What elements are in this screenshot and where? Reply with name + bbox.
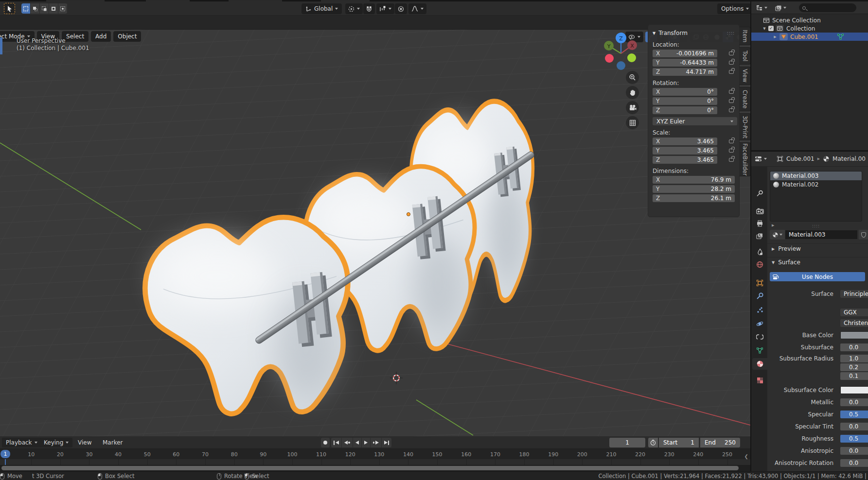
select-mode-subtract[interactable]: [40, 3, 49, 14]
tab-material-properties[interactable]: [752, 358, 767, 370]
drag-handle-icon[interactable]: ::::: [727, 31, 735, 35]
location-field[interactable]: X -0.001696 m: [653, 50, 717, 57]
marker-menu[interactable]: Marker: [99, 438, 126, 447]
tab-world-properties[interactable]: [752, 258, 767, 270]
playback-sync-clock-icon[interactable]: [648, 438, 658, 447]
tab-particle-properties[interactable]: [752, 304, 767, 316]
tab-view-layer-properties[interactable]: [752, 230, 767, 242]
tab-output-properties[interactable]: [752, 218, 767, 229]
preview-panel-header[interactable]: ▶ Preview: [767, 243, 868, 254]
tab-view[interactable]: View: [739, 67, 751, 85]
slot-list-expander[interactable]: ▶: [772, 223, 774, 227]
play-reverse-button[interactable]: [353, 438, 361, 447]
lock-open-icon[interactable]: [729, 158, 734, 162]
property-value-field[interactable]: 0.0: [840, 459, 868, 467]
tab-data-properties[interactable]: [752, 344, 767, 356]
lock-open-icon[interactable]: [729, 51, 734, 55]
timeline-ruler[interactable]: 1020304050607080901001101201301401501601…: [0, 449, 750, 459]
property-value-field[interactable]: 0.2: [840, 363, 868, 371]
keying-menu[interactable]: Keying: [40, 438, 72, 447]
timeline-channel-strip[interactable]: [0, 459, 750, 465]
timeline-view-menu[interactable]: View: [74, 438, 95, 447]
snap-settings-dropdown[interactable]: [376, 3, 394, 14]
tab-physics-properties[interactable]: [752, 318, 767, 329]
list-drag-handle[interactable]: ::::: [812, 223, 820, 228]
lock-open-icon[interactable]: [729, 139, 734, 143]
pivot-point-dropdown[interactable]: [345, 3, 363, 14]
playback-menu[interactable]: Playback: [2, 438, 41, 447]
playhead[interactable]: [5, 459, 6, 465]
jump-to-start-button[interactable]: [331, 438, 341, 447]
play-button[interactable]: [362, 438, 370, 447]
tab-constraint-properties[interactable]: [752, 331, 767, 343]
fake-user-toggle[interactable]: [859, 230, 868, 240]
tab-tool-properties[interactable]: [752, 188, 767, 199]
use-nodes-button[interactable]: Use Nodes: [770, 272, 865, 281]
scale-field[interactable]: Z 3.465: [653, 156, 717, 164]
outliner-row-collection[interactable]: ▼ ✓ Collection: [751, 24, 868, 33]
viewport-menu-item[interactable]: Object: [113, 31, 141, 42]
tab-facebuilder[interactable]: FaceBuilder: [739, 142, 751, 176]
lock-open-icon[interactable]: [729, 61, 734, 65]
tab-modifier-properties[interactable]: [752, 290, 767, 302]
property-value-field[interactable]: GGX: [840, 309, 868, 316]
material-slot[interactable]: Material.003: [770, 171, 862, 180]
property-value-field[interactable]: 0.0: [840, 398, 868, 406]
material-slot-list[interactable]: Material.003 Material.002: [770, 171, 862, 222]
property-value-field[interactable]: 0.5: [840, 435, 868, 443]
editor-type-dropdown[interactable]: [753, 154, 768, 164]
tooth-model[interactable]: [145, 102, 535, 414]
camera-view-button[interactable]: [626, 101, 639, 114]
property-value-field[interactable]: [840, 386, 868, 394]
tab-create[interactable]: Create: [739, 87, 751, 111]
disclosure-triangle-icon[interactable]: ▶: [773, 35, 778, 39]
tab-3d-print[interactable]: 3D-Print: [739, 113, 751, 140]
snap-toggle[interactable]: [363, 3, 375, 14]
location-field[interactable]: Z 44.717 m: [653, 68, 717, 76]
pan-hand-button[interactable]: [626, 86, 639, 99]
collection-checkbox[interactable]: ✓: [768, 26, 774, 31]
next-keyframe-button[interactable]: [371, 438, 381, 447]
select-mode-intersect[interactable]: [58, 3, 68, 14]
disclosure-triangle-icon[interactable]: ▼: [762, 27, 767, 31]
dimension-field[interactable]: Z 26.1 m: [653, 194, 735, 202]
dimension-field[interactable]: Y 28.2 m: [653, 185, 735, 193]
select-mode-set[interactable]: [21, 3, 31, 14]
property-value-field[interactable]: 0.0: [840, 447, 868, 455]
material-name-field[interactable]: Material.003: [785, 230, 858, 240]
current-frame-badge[interactable]: 1: [0, 450, 10, 458]
auto-keying-record-button[interactable]: [321, 438, 330, 447]
select-mode-invert[interactable]: [49, 3, 58, 14]
property-value-field[interactable]: 0.0: [840, 423, 868, 430]
property-value-field[interactable]: Christense: [840, 319, 868, 327]
proportional-falloff-dropdown[interactable]: [408, 3, 426, 14]
scale-field[interactable]: X 3.465: [653, 137, 717, 145]
breadcrumb-material[interactable]: Material.00: [833, 155, 866, 162]
scale-field[interactable]: Y 3.465: [653, 147, 717, 154]
navigation-gizmo[interactable]: Z Y X: [599, 26, 644, 72]
rotation-field[interactable]: Z 0°: [653, 106, 717, 114]
breadcrumb-object[interactable]: Cube.001: [786, 155, 815, 162]
zoom-button[interactable]: [626, 71, 639, 84]
editor-type-dropdown[interactable]: [754, 3, 769, 13]
active-tool-select-box[interactable]: [4, 3, 15, 14]
rotation-field[interactable]: Y 0°: [653, 97, 717, 105]
tab-object-properties[interactable]: [752, 277, 767, 289]
property-value-field[interactable]: [840, 331, 868, 339]
jump-to-end-button[interactable]: [382, 438, 392, 447]
lock-open-icon[interactable]: [729, 149, 734, 153]
transform-orientation-dropdown[interactable]: Global: [301, 3, 342, 14]
outliner-row-scene-collection[interactable]: Scene Collection: [751, 16, 868, 24]
rotation-field[interactable]: X 0°: [653, 88, 717, 96]
transform-panel-header[interactable]: ▼ Transform ::::: [653, 29, 735, 37]
browse-material-button[interactable]: [770, 230, 785, 240]
lock-open-icon[interactable]: [729, 70, 734, 74]
toggle-view-grid-button[interactable]: [626, 116, 639, 129]
filter-dropdown[interactable]: [774, 3, 788, 13]
search-input[interactable]: [799, 3, 856, 12]
outliner-row-cube-001[interactable]: ▶ Cube.001: [751, 33, 868, 41]
current-frame-field[interactable]: 1: [609, 438, 645, 447]
previous-keyframe-button[interactable]: [342, 438, 353, 447]
rotation-mode-dropdown[interactable]: XYZ Euler: [653, 117, 737, 125]
lock-open-icon[interactable]: [729, 108, 734, 112]
